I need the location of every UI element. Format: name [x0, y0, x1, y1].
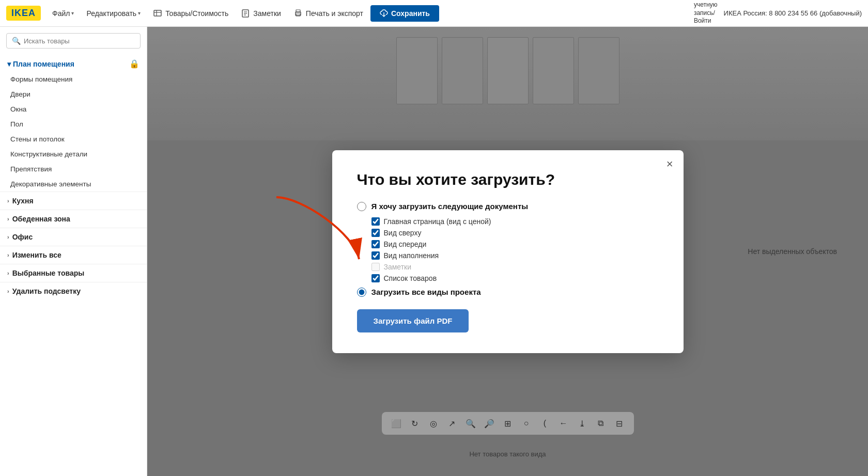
sidebar-item-doors[interactable]: Двери [0, 87, 147, 102]
svg-rect-0 [154, 10, 161, 16]
checkbox-item-4[interactable]: Вид наполнения [371, 251, 659, 260]
checkbox-label-5: Заметки [384, 263, 412, 271]
checkbox-input-5[interactable] [371, 263, 380, 271]
selected-chevron-icon: › [7, 270, 9, 276]
upload-pdf-button[interactable]: Загрузить файл PDF [357, 309, 469, 332]
print-icon [293, 9, 303, 18]
sidebar-item-forms[interactable]: Формы помещения [0, 72, 147, 87]
checkbox-label-4: Вид наполнения [384, 251, 439, 260]
sidebar-item-office[interactable]: › Офис [0, 228, 147, 246]
sidebar-item-change-all[interactable]: › Изменить все [0, 246, 147, 264]
phone-number: ИКЕА Россия: 8 800 234 55 66 (добавочный… [724, 9, 862, 17]
dining-chevron-icon: › [7, 216, 9, 222]
checkbox-input-6[interactable] [371, 274, 380, 282]
checkbox-label-2: Вид сверху [384, 229, 422, 237]
checkbox-label-6: Список товаров [384, 274, 437, 282]
checkbox-item-1[interactable]: Главная страница (вид с ценой) [371, 217, 659, 226]
search-icon: 🔍 [12, 37, 21, 45]
checkbox-item-2[interactable]: Вид сверху [371, 229, 659, 237]
sidebar-item-dining[interactable]: › Обеденная зона [0, 210, 147, 228]
sidebar-item-walls[interactable]: Стены и потолок [0, 132, 147, 147]
radio-input-2[interactable] [357, 288, 366, 297]
office-chevron-icon: › [7, 234, 9, 240]
sidebar-item-floor[interactable]: Пол [0, 117, 147, 132]
radio-option-2[interactable]: Загрузить все виды проекта [357, 288, 659, 297]
radio-option-1[interactable]: Я хочу загрузить следующие документы [357, 202, 659, 211]
checkbox-item-5[interactable]: Заметки [371, 263, 659, 271]
header: IKEA Файл ▾ Редактировать ▾ Товары/Стоим… [0, 0, 868, 27]
ikea-logo: IKEA [6, 6, 41, 21]
radio-label-1: Я хочу загрузить следующие документы [371, 202, 529, 211]
sidebar-item-selected[interactable]: › Выбранные товары [0, 264, 147, 282]
checkbox-label-3: Вид спереди [384, 240, 427, 248]
nav-edit[interactable]: Редактировать ▾ [81, 6, 146, 21]
notes-icon [241, 9, 250, 18]
checkbox-input-4[interactable] [371, 251, 380, 260]
products-icon [153, 9, 162, 18]
main-container: 🔍 ▾ План помещения 🔒 Формы помещения Две… [0, 27, 868, 476]
canvas-area: Нет выделенных объектов ⬜ ↻ ◎ ↗ 🔍 🔎 ⊞ ○ … [147, 27, 868, 476]
room-plan-section[interactable]: ▾ План помещения 🔒 [0, 56, 147, 72]
sidebar: 🔍 ▾ План помещения 🔒 Формы помещения Две… [0, 27, 147, 476]
checkbox-input-1[interactable] [371, 217, 380, 226]
checkbox-list: Главная страница (вид с ценой) Вид сверх… [371, 217, 659, 282]
modal-close-button[interactable]: × [667, 158, 673, 170]
sidebar-item-obstacles[interactable]: Препятствия [0, 162, 147, 177]
sidebar-item-windows[interactable]: Окна [0, 102, 147, 117]
sidebar-item-decorative[interactable]: Декоративные элементы [0, 177, 147, 192]
search-box[interactable]: 🔍 [6, 33, 141, 49]
checkbox-item-3[interactable]: Вид спереди [371, 240, 659, 248]
radio-label-2: Загрузить все виды проекта [371, 288, 481, 296]
modal-dialog: × Что вы хотите загрузить? Я хочу загруз… [332, 150, 684, 353]
checkbox-input-2[interactable] [371, 229, 380, 237]
nav-notes[interactable]: Заметки [236, 6, 286, 21]
checkbox-input-3[interactable] [371, 240, 380, 248]
remove-highlight-chevron-icon: › [7, 288, 9, 294]
checkbox-item-6[interactable]: Список товаров [371, 274, 659, 282]
account-link[interactable]: учетную запись/ Войти [694, 1, 718, 25]
room-plan-title: ▾ План помещения [7, 60, 74, 68]
checkbox-label-1: Главная страница (вид с ценой) [384, 217, 491, 226]
sidebar-item-remove-highlight[interactable]: › Удалить подсветку [0, 282, 147, 300]
nav-products[interactable]: Товары/Стоимость [148, 6, 234, 21]
radio-input-1[interactable] [357, 202, 366, 211]
header-right: учетную запись/ Войти ИКЕА Россия: 8 800… [694, 1, 862, 25]
edit-chevron-icon: ▾ [138, 10, 141, 16]
file-chevron-icon: ▾ [71, 10, 74, 16]
sidebar-item-kitchen[interactable]: › Кухня [0, 192, 147, 210]
svg-rect-9 [296, 14, 300, 16]
search-input[interactable] [24, 37, 135, 45]
nav-file[interactable]: Файл ▾ [47, 6, 79, 21]
chevron-down-icon: ▾ [7, 60, 11, 68]
modal-title: Что вы хотите загрузить? [357, 171, 659, 188]
lock-icon: 🔒 [129, 59, 140, 69]
change-all-chevron-icon: › [7, 252, 9, 258]
save-cloud-icon [380, 9, 388, 18]
sidebar-item-structural[interactable]: Конструктивные детали [0, 147, 147, 162]
modal-overlay: × Что вы хотите загрузить? Я хочу загруз… [147, 27, 868, 476]
save-button[interactable]: Сохранить [370, 5, 439, 22]
nav-print[interactable]: Печать и экспорт [288, 6, 368, 21]
kitchen-chevron-icon: › [7, 198, 9, 204]
